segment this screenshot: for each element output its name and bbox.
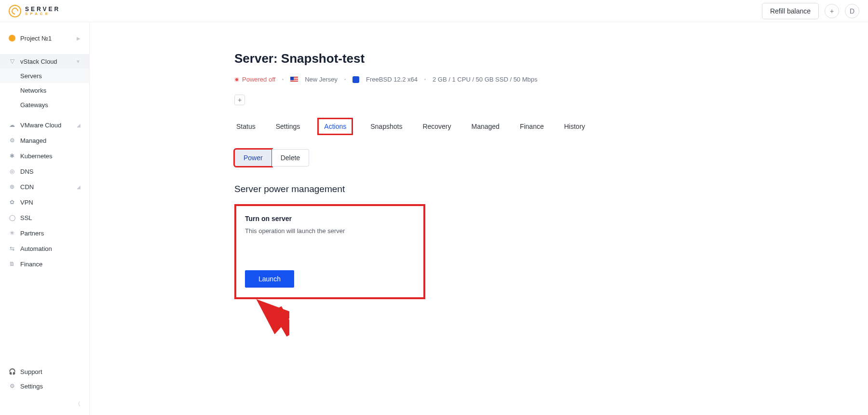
tab-actions[interactable]: Actions — [318, 119, 352, 134]
brand-name-sub: SPACE — [25, 12, 60, 16]
server-meta: Powered off New Jersey FreeBSD 12.2 x64 … — [234, 76, 868, 83]
sidebar-managed-label: Managed — [20, 137, 46, 144]
add-tag-button[interactable]: + — [234, 95, 245, 105]
specs-text: 2 GB / 1 CPU / 50 GB SSD / 50 Mbps — [433, 76, 537, 83]
project-label: Project №1 — [20, 35, 52, 42]
vpn-icon: ✿ — [9, 199, 15, 206]
tab-settings[interactable]: Settings — [274, 119, 302, 134]
os-icon — [353, 76, 359, 83]
subtab-power[interactable]: Power — [234, 149, 272, 166]
automation-icon: ⇆ — [9, 245, 15, 252]
plus-icon: + — [830, 7, 834, 15]
sidebar-section-cdn[interactable]: ⊕ CDN ◢ — [0, 180, 89, 194]
sidebar-section-automation[interactable]: ⇆ Automation — [0, 241, 89, 256]
shield-icon: ◯ — [9, 214, 15, 221]
gear-icon: ⚙ — [9, 383, 15, 389]
support-icon: 🎧 — [9, 368, 15, 375]
action-subtabs: Power Delete — [234, 149, 868, 166]
managed-icon: ⚙ — [9, 137, 15, 144]
user-avatar[interactable]: D — [845, 4, 859, 18]
sidebar-partners-label: Partners — [20, 230, 44, 237]
sidebar-section-vmware[interactable]: ☁ VMware Cloud ◢ — [0, 118, 89, 132]
topbar: SERVER SPACE Refill balance + D — [0, 0, 868, 22]
chevron-icon: ◢ — [77, 184, 81, 190]
chevron-icon: ◢ — [77, 123, 81, 128]
sidebar-section-finance[interactable]: 🗎 Finance — [0, 257, 89, 271]
sidebar-vstack-label: vStack Cloud — [20, 58, 57, 65]
status-badge: Powered off — [234, 76, 275, 83]
refill-balance-button[interactable]: Refill balance — [762, 3, 819, 19]
launch-button[interactable]: Launch — [245, 270, 294, 288]
tab-managed[interactable]: Managed — [470, 119, 502, 134]
subtab-delete[interactable]: Delete — [272, 149, 309, 166]
sidebar-section-partners[interactable]: ✳ Partners — [0, 226, 89, 240]
sidebar-vmware-label: VMware Cloud — [20, 122, 61, 129]
cdn-icon: ⊕ — [9, 183, 15, 190]
sidebar-item-networks[interactable]: Networks — [0, 83, 89, 97]
sidebar-dns-label: DNS — [20, 168, 33, 175]
project-icon — [9, 35, 15, 42]
sidebar-section-vpn[interactable]: ✿ VPN — [0, 195, 89, 209]
separator-dot — [424, 79, 426, 80]
section-heading: Server power management — [234, 184, 868, 194]
sidebar-automation-label: Automation — [20, 245, 52, 252]
main-content: Server: Snapshot-test Powered off New Je… — [90, 22, 868, 415]
sidebar-section-dns[interactable]: ◎ DNS — [0, 164, 89, 179]
sidebar: Project №1 ▶ ▽ vStack Cloud ▼ Servers Ne… — [0, 22, 90, 415]
sidebar-support-label: Support — [20, 368, 42, 375]
separator-dot — [344, 79, 346, 80]
sidebar-settings-label: Settings — [20, 383, 43, 390]
tab-history[interactable]: History — [562, 119, 587, 134]
sidebar-item-gateways[interactable]: Gateways — [0, 97, 89, 112]
svg-rect-1 — [272, 306, 289, 337]
sidebar-item-servers[interactable]: Servers — [0, 69, 89, 83]
svg-marker-0 — [256, 290, 289, 336]
sidebar-cdn-label: CDN — [20, 183, 34, 191]
card-title: Turn on server — [245, 215, 415, 222]
cloud-icon: ☁ — [9, 122, 15, 128]
sidebar-settings[interactable]: ⚙ Settings — [0, 379, 89, 393]
location-text: New Jersey — [305, 76, 338, 83]
power-card: Turn on server This operation will launc… — [234, 204, 425, 299]
logo-mark-icon — [9, 5, 21, 17]
tab-status[interactable]: Status — [234, 119, 258, 134]
sidebar-section-ssl[interactable]: ◯ SSL — [0, 210, 89, 225]
tabs: Status Settings Actions Snapshots Recove… — [234, 119, 868, 135]
sidebar-collapse-button[interactable]: 〈 — [0, 393, 89, 415]
page-title: Server: Snapshot-test — [234, 51, 868, 66]
kubernetes-icon: ✱ — [9, 152, 15, 159]
flag-icon — [290, 77, 298, 83]
project-selector[interactable]: Project №1 ▶ — [0, 31, 89, 45]
brand-logo[interactable]: SERVER SPACE — [9, 5, 60, 17]
annotation-arrow-icon — [245, 288, 284, 331]
finance-icon: 🗎 — [9, 261, 15, 267]
sidebar-support[interactable]: 🎧 Support — [0, 364, 89, 379]
dns-icon: ◎ — [9, 168, 15, 175]
plus-icon: + — [238, 96, 242, 104]
sidebar-section-managed[interactable]: ⚙ Managed — [0, 133, 89, 148]
sidebar-section-kubernetes[interactable]: ✱ Kubernetes — [0, 149, 89, 163]
tab-recovery[interactable]: Recovery — [420, 119, 453, 134]
sidebar-finance-label: Finance — [20, 261, 42, 268]
chevron-left-icon: 〈 — [75, 401, 81, 407]
sidebar-k8s-label: Kubernetes — [20, 152, 53, 160]
partners-icon: ✳ — [9, 230, 15, 236]
os-text: FreeBSD 12.2 x64 — [366, 76, 418, 83]
add-button[interactable]: + — [825, 4, 839, 18]
chevron-right-icon: ▶ — [77, 36, 81, 41]
tab-finance[interactable]: Finance — [518, 119, 546, 134]
chevron-down-icon: ▼ — [76, 59, 81, 64]
sidebar-ssl-label: SSL — [20, 214, 32, 221]
vstack-icon: ▽ — [9, 58, 15, 65]
tab-snapshots[interactable]: Snapshots — [368, 119, 404, 134]
sidebar-section-vstack[interactable]: ▽ vStack Cloud ▼ — [0, 54, 89, 69]
card-description: This operation will launch the server — [245, 227, 415, 235]
separator-dot — [282, 79, 284, 80]
brand-name: SERVER SPACE — [25, 6, 60, 16]
sidebar-vpn-label: VPN — [20, 199, 33, 206]
